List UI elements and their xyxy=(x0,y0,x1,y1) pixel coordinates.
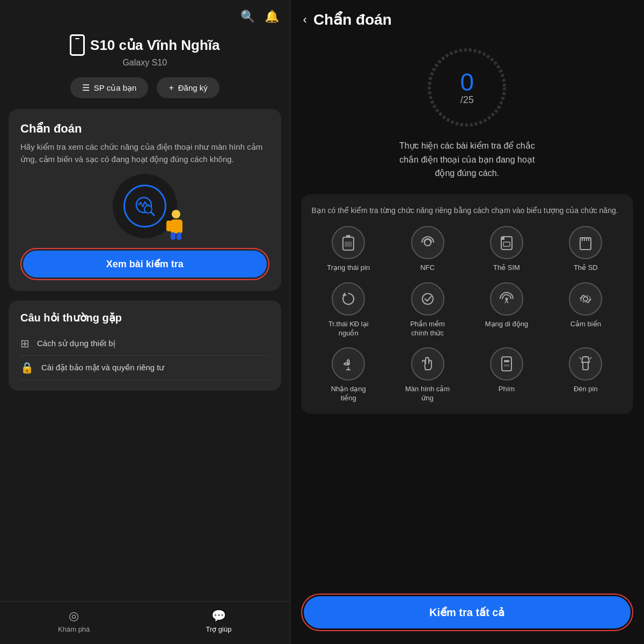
svg-rect-7 xyxy=(171,232,175,240)
feature-recognition[interactable]: Nhận dạngtiếng xyxy=(312,347,385,403)
svg-rect-12 xyxy=(345,241,352,247)
svg-rect-6 xyxy=(177,221,182,231)
svg-point-23 xyxy=(422,294,433,304)
feature-software[interactable]: Phần mềmchính thức xyxy=(391,282,464,338)
touch-icon xyxy=(411,347,444,380)
feature-flashlight-label: Đèn pin xyxy=(574,385,598,394)
nav-label-tro-giup: Trợ giúp xyxy=(206,625,231,633)
person-figure xyxy=(161,209,187,241)
feature-nfc-label: NFC xyxy=(420,264,435,273)
feature-network-label: Mạng di động xyxy=(485,320,528,329)
view-test-btn-wrapper: Xem bài kiểm tra xyxy=(20,248,269,280)
svg-rect-11 xyxy=(346,235,350,238)
device-section: S10 của Vĩnh Nghĩa Galaxy S10 ☰ SP của b… xyxy=(0,29,290,109)
svg-rect-16 xyxy=(503,242,510,246)
faq-item-2[interactable]: 🔒 Cài đặt bảo mật và quyền riêng tư xyxy=(20,356,269,380)
view-test-button[interactable]: Xem bài kiểm tra xyxy=(23,251,267,277)
svg-point-27 xyxy=(347,363,350,365)
compass-icon: ◎ xyxy=(69,609,79,623)
illustration-circle xyxy=(113,174,177,238)
feature-touch-label: Màn hình cảmứng xyxy=(405,385,450,403)
nav-item-tro-giup[interactable]: 💬 Trợ giúp xyxy=(206,609,231,633)
diagnosis-icon xyxy=(133,194,157,218)
feature-nfc[interactable]: NFC xyxy=(391,226,464,273)
sd-icon xyxy=(569,226,602,259)
faq-card: Câu hỏi thường gặp ⊞ Cách sử dụng thiết … xyxy=(9,301,281,391)
svg-line-35 xyxy=(580,357,581,359)
faq-item-1[interactable]: ⊞ Cách sử dụng thiết bị xyxy=(20,332,269,356)
chan-doan-desc: Hãy kiểm tra xem các chức năng của điện … xyxy=(20,141,269,165)
feature-touchscreen[interactable]: Màn hình cảmứng xyxy=(391,347,464,403)
feature-pin[interactable]: Trạng thái pin xyxy=(312,226,385,273)
left-content: Chẩn đoán Hãy kiểm tra xem các chức năng… xyxy=(0,109,290,601)
feature-sim[interactable]: Thẻ SIM xyxy=(470,226,543,273)
reboot-icon xyxy=(332,282,365,316)
nav-label-kham-pha: Khám phá xyxy=(58,625,90,633)
feature-reboot-label: Tr.thái KĐ lạinguồn xyxy=(328,320,369,338)
svg-marker-15 xyxy=(501,237,504,240)
feature-section: Bạn có thể kiểm tra từng chức năng riêng… xyxy=(301,194,633,414)
chat-icon: 💬 xyxy=(211,609,226,623)
feature-pin-label: Trạng thái pin xyxy=(327,264,370,273)
feature-flashlight[interactable]: Đèn pin xyxy=(549,347,623,403)
feature-keys[interactable]: Phím xyxy=(470,347,543,403)
flashlight-icon xyxy=(569,347,602,380)
dangky-button[interactable]: + Đăng ký xyxy=(157,77,219,98)
faq-title: Câu hỏi thường gặp xyxy=(20,311,269,324)
software-icon xyxy=(411,282,444,316)
nfc-icon xyxy=(411,226,444,259)
sensor-icon xyxy=(569,282,602,316)
bell-icon[interactable]: 🔔 xyxy=(265,10,279,24)
feature-sd[interactable]: Thẻ SD xyxy=(549,226,623,273)
feature-sim-label: Thẻ SIM xyxy=(493,264,520,273)
left-top-bar: 🔍 🔔 xyxy=(0,0,290,29)
faq-item-2-label: Cài đặt bảo mật và quyền riêng tư xyxy=(41,363,164,372)
chan-doan-title: Chẩn đoán xyxy=(20,122,269,136)
svg-line-36 xyxy=(590,357,591,359)
chan-doan-card: Chẩn đoán Hãy kiểm tra xem các chức năng… xyxy=(9,109,281,291)
svg-point-3 xyxy=(172,210,180,218)
svg-point-25 xyxy=(583,297,588,301)
device-name: S10 của Vĩnh Nghĩa xyxy=(70,34,219,56)
feature-grid: Trạng thái pin NFC Thẻ SIM Thẻ SD xyxy=(312,226,623,403)
svg-point-24 xyxy=(505,297,508,300)
back-button[interactable]: ‹ xyxy=(303,13,307,27)
feature-sensor[interactable]: Cảm biến xyxy=(549,282,623,338)
device-model: Galaxy S10 xyxy=(122,58,167,68)
right-title: Chẩn đoán xyxy=(313,11,392,28)
svg-marker-22 xyxy=(342,292,347,296)
card-illustration xyxy=(20,174,269,238)
battery-icon xyxy=(332,226,365,259)
progress-ring: 0 /25 xyxy=(424,45,510,130)
svg-line-2 xyxy=(151,212,154,215)
network-icon xyxy=(490,282,523,316)
progress-section: 0 /25 Thực hiện các bài kiểm tra để chắc… xyxy=(290,34,644,186)
faq-item-1-label: Cách sử dụng thiết bị xyxy=(37,339,115,348)
progress-current: 0 xyxy=(460,70,474,94)
nav-item-kham-pha[interactable]: ◎ Khám phá xyxy=(58,609,90,633)
check-all-btn-wrapper: Kiểm tra tất cả xyxy=(301,594,633,631)
search-icon[interactable]: 🔍 xyxy=(240,10,255,24)
svg-rect-30 xyxy=(502,357,511,371)
list-icon: ☰ xyxy=(82,83,90,93)
bottom-nav: ◎ Khám phá 💬 Trợ giúp xyxy=(0,601,290,644)
svg-rect-31 xyxy=(504,360,509,362)
feature-mobile-network[interactable]: Mạng di động xyxy=(470,282,543,338)
feature-recognition-label: Nhận dạngtiếng xyxy=(331,385,366,403)
progress-desc: Thực hiện các bài kiểm tra để chắcchắn đ… xyxy=(378,139,557,180)
check-all-button[interactable]: Kiểm tra tất cả xyxy=(304,596,631,628)
keys-icon xyxy=(490,347,523,380)
svg-marker-33 xyxy=(582,357,589,362)
feature-reboot[interactable]: Tr.thái KĐ lạinguồn xyxy=(312,282,385,338)
sim-icon xyxy=(490,226,523,259)
right-panel: ‹ Chẩn đoán 0 /25 Thực hiện các bài kiểm… xyxy=(290,0,644,644)
feature-desc: Bạn có thể kiểm tra từng chức năng riêng… xyxy=(312,205,623,216)
illustration-inner xyxy=(123,185,166,228)
book-icon: ⊞ xyxy=(20,337,30,350)
sp-button[interactable]: ☰ SP của bạn xyxy=(70,77,149,98)
right-top-bar: ‹ Chẩn đoán xyxy=(290,0,644,34)
feature-software-label: Phần mềmchính thức xyxy=(410,320,444,338)
svg-rect-8 xyxy=(177,232,181,240)
action-buttons: ☰ SP của bạn + Đăng ký xyxy=(70,77,219,98)
left-panel: 🔍 🔔 S10 của Vĩnh Nghĩa Galaxy S10 ☰ SP c… xyxy=(0,0,290,644)
